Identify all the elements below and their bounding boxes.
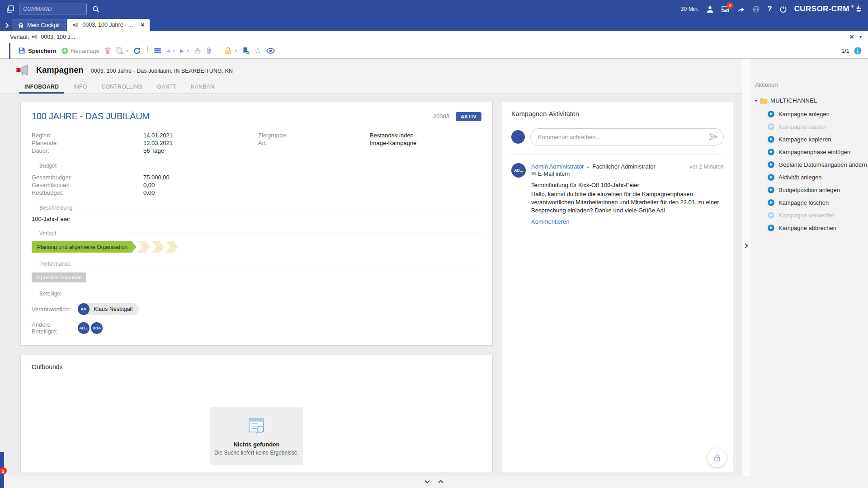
save-button[interactable]: Speichern (18, 47, 57, 54)
field-label: Planende: (32, 139, 143, 147)
activity-author[interactable]: Admin Administrator (531, 163, 584, 170)
action-item[interactable]: Kampagne löschen (768, 196, 868, 209)
record-tab[interactable]: KANBAN (185, 84, 220, 94)
action-item[interactable]: Kampagne anlegen (768, 108, 868, 120)
section-phases: Verlauf (32, 230, 481, 237)
others-row: Andere Beteiligte: AD...DBA (32, 321, 481, 335)
next-record-button[interactable]: ▶ ▾ (180, 48, 189, 54)
lock-icon (713, 454, 721, 462)
chevron-down-icon: ▾ (173, 48, 175, 54)
copy-icon (116, 47, 123, 54)
record-tab[interactable]: CONTROLLING (96, 84, 148, 94)
expand-tabs-icon[interactable] (2, 23, 12, 28)
actions-group[interactable]: ▾ MULTICHANNEL (755, 97, 868, 104)
phase-upcoming[interactable] (151, 241, 165, 253)
action-item[interactable]: Kampagne starten (768, 120, 868, 133)
megaphone-icon (32, 34, 38, 40)
chevron-down-icon[interactable]: ▾ (859, 34, 862, 39)
notification-badge: 2 (726, 2, 733, 9)
actions-title: Aktionen (755, 81, 868, 88)
field-label: Dauer: (32, 147, 143, 155)
copy-record-button[interactable]: ▾ (116, 47, 129, 54)
tab-mein-cockpit[interactable]: Mein Cockpit (12, 19, 66, 31)
sidebar-splitter[interactable] (742, 59, 750, 476)
action-item[interactable]: Kampagne verwerfen (768, 209, 868, 221)
field-label: Beginn: (32, 131, 143, 139)
play-icon (768, 199, 774, 206)
budget-row: Restbudget: 0,00 (32, 189, 481, 197)
close-view-icon[interactable]: × (849, 33, 854, 42)
chevron-down-icon: ▾ (235, 48, 237, 54)
bookmark-add-button[interactable] (242, 47, 250, 55)
attachment-button[interactable] (206, 47, 212, 55)
command-input[interactable] (19, 4, 87, 14)
menu-button[interactable] (154, 48, 161, 54)
section-participants: Beteiligte (32, 291, 481, 297)
logout-icon[interactable] (779, 5, 787, 13)
status-badge: AKTIV (456, 112, 481, 121)
record-tab[interactable]: INFO (68, 84, 92, 94)
comment-link[interactable]: Kommentieren (531, 218, 724, 225)
phase-current[interactable]: Planung und allgemeine Organisation (32, 241, 137, 253)
minimized-panel-strip[interactable]: 2 (0, 452, 4, 488)
trash-icon (104, 47, 111, 54)
help-icon[interactable]: ? (767, 5, 772, 14)
topbar-right: 30 Min. 2 ? CURSOR-CRM® (680, 5, 862, 14)
lock-button[interactable]: ▾ (225, 47, 237, 54)
info-icon[interactable] (854, 47, 862, 55)
prev-record-button[interactable]: ◀ ▾ (166, 48, 175, 54)
user-icon[interactable] (706, 5, 714, 13)
field-label: Gesamtkosten: (32, 181, 143, 189)
new-record-button[interactable]: Neuanlage (61, 47, 99, 54)
play-icon (768, 136, 774, 143)
action-label: Kampagne abbrechen (778, 225, 836, 231)
action-item[interactable]: Aktivität anlegen (768, 171, 868, 183)
history-item[interactable]: 0003, 100 J... (41, 34, 75, 40)
refresh-button[interactable] (133, 47, 141, 55)
scroll-up-icon[interactable] (438, 479, 444, 486)
windows-icon[interactable] (6, 5, 14, 13)
favorite-button[interactable]: ☆ (255, 46, 261, 56)
avatar: KN (78, 303, 90, 315)
watch-button[interactable] (266, 48, 275, 54)
scroll-down-icon[interactable] (424, 479, 430, 486)
bottom-bar (0, 476, 868, 488)
action-item[interactable]: Geplante Datumsangaben ändern (768, 158, 868, 171)
search-icon[interactable] (92, 5, 100, 13)
responsible-person[interactable]: KN Klaus Nesbigall (78, 303, 139, 315)
field-value: Image-Kampagne (370, 139, 416, 147)
page-title: Kampagnen (36, 66, 84, 75)
print-button[interactable] (194, 47, 201, 54)
record-tab[interactable]: GANTT (152, 84, 182, 94)
activity-item[interactable]: AD... Admin Administrator ▸ Fachlicher A… (511, 163, 724, 225)
tab-record-active[interactable]: 0003, 100 Jahre - ... × (67, 19, 150, 31)
plus-circle-icon (61, 47, 68, 54)
lock-fab-button[interactable] (708, 448, 726, 467)
action-item[interactable]: Kampagne kopieren (768, 133, 868, 145)
outbounds-title: Outbounds (32, 363, 481, 371)
action-item[interactable]: Kampagne abbrechen (768, 221, 868, 234)
avatar[interactable]: AD... (78, 322, 90, 334)
inbox-icon[interactable]: 2 (721, 5, 730, 13)
action-item[interactable]: Kampagnenphase einfügen (768, 145, 868, 158)
activities-title: Kampagnen-Aktivitäten (511, 110, 724, 117)
field-value: 56 Tage (143, 147, 164, 155)
tab-close-icon[interactable]: × (141, 21, 144, 28)
page-subtitle: 0003, 100 Jahre - Das Jubiläum, IN BEARB… (91, 68, 233, 74)
phase-upcoming[interactable] (137, 241, 151, 253)
comment-input[interactable] (530, 128, 724, 145)
send-icon[interactable] (709, 133, 717, 141)
activity-recipient: Fachlicher Administrator (592, 163, 655, 170)
action-label: Geplante Datumsangaben ändern (778, 161, 867, 168)
phase-upcoming[interactable] (165, 241, 179, 253)
forward-icon[interactable] (737, 6, 745, 13)
action-item[interactable]: Budgetposition anlegen (768, 183, 868, 196)
globe-icon[interactable] (752, 5, 760, 13)
delete-button[interactable] (104, 47, 111, 54)
avatar[interactable]: DBA (91, 322, 103, 334)
action-label: Kampagnenphase einfügen (778, 149, 850, 155)
section-budget: Budget (32, 163, 481, 169)
field-row: Dauer: 56 Tage (32, 147, 258, 155)
collapse-sidebar-icon[interactable] (744, 243, 748, 250)
record-tab[interactable]: INFOBOARD (19, 84, 64, 94)
